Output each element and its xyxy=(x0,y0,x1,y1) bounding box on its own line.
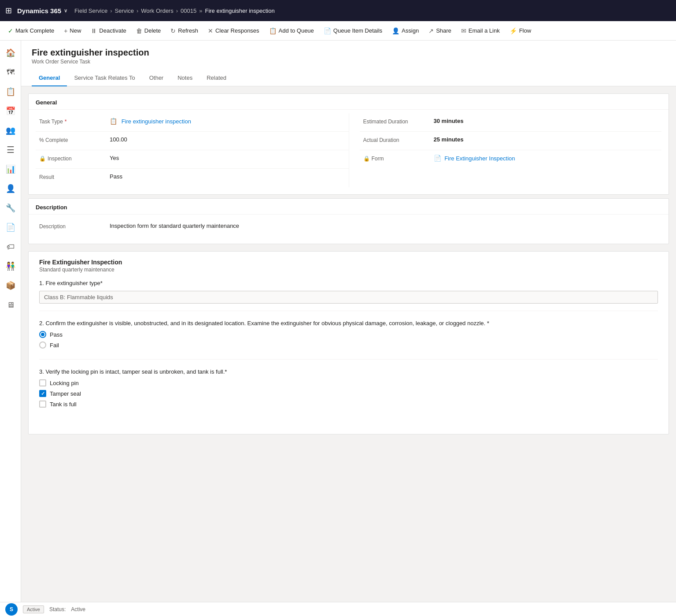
q2-option-pass[interactable]: Pass xyxy=(39,331,658,338)
clear-responses-button[interactable]: ✕ Clear Responses xyxy=(203,25,264,37)
general-section-header: General xyxy=(29,94,669,110)
description-value: Inspection form for standard quarterly m… xyxy=(110,223,658,229)
breadcrumb-id[interactable]: 00015 xyxy=(181,7,196,14)
delete-icon: 🗑 xyxy=(136,27,142,34)
form-lock-icon: 🔒 xyxy=(363,156,370,162)
share-button[interactable]: ↗ Share xyxy=(424,25,456,37)
q2-radio-pass[interactable] xyxy=(39,331,46,338)
required-marker: * xyxy=(65,119,67,125)
form-value: 📄 Fire Extinguisher Inspection xyxy=(434,155,658,162)
sidebar-item-calendar[interactable]: 📅 xyxy=(2,102,19,120)
actual-duration-label: Actual Duration xyxy=(363,136,434,143)
sidebar-item-doc[interactable]: 📄 xyxy=(2,219,19,236)
flow-button[interactable]: ⚡ Flow xyxy=(505,25,536,37)
refresh-label: Refresh xyxy=(178,27,198,34)
delete-label: Delete xyxy=(144,27,161,34)
assign-button[interactable]: 👤 Assign xyxy=(388,25,423,37)
q2-radio-fail[interactable] xyxy=(39,341,46,349)
sidebar-item-badge[interactable]: 🏷 xyxy=(2,238,19,256)
refresh-button[interactable]: ↻ Refresh xyxy=(166,25,203,37)
flow-label: Flow xyxy=(519,27,531,34)
add-to-queue-icon: 📋 xyxy=(269,27,277,34)
content-area: Fire extinguisher inspection Work Order … xyxy=(21,41,676,602)
question-1-input[interactable] xyxy=(39,291,658,304)
module-link[interactable]: Field Service xyxy=(74,7,107,14)
q3-checkbox-tamper-seal[interactable] xyxy=(39,390,46,397)
command-bar: ✓ Mark Complete + New ⏸ Deactivate 🗑 Del… xyxy=(0,21,676,41)
actual-duration-value: 25 minutes xyxy=(434,136,658,143)
task-type-icon: 📋 xyxy=(110,118,117,125)
new-icon: + xyxy=(64,27,67,34)
app-grid-icon[interactable]: ⊞ xyxy=(5,6,12,15)
mark-complete-button[interactable]: ✓ Mark Complete xyxy=(4,25,59,37)
tab-general[interactable]: General xyxy=(32,70,67,86)
form-row: 🔒 Form 📄 Fire Extinguisher Inspection xyxy=(360,150,662,169)
q3-option-locking-pin[interactable]: Locking pin xyxy=(39,379,658,386)
queue-item-details-button[interactable]: 📄 Queue Item Details xyxy=(319,25,387,37)
email-link-label: Email a Link xyxy=(469,27,500,34)
q3-checkbox-locking-pin[interactable] xyxy=(39,379,46,386)
sidebar-item-list[interactable]: ☰ xyxy=(2,141,19,159)
task-type-link[interactable]: Fire extinguisher inspection xyxy=(122,118,191,125)
sidebar-item-map[interactable]: 🗺 xyxy=(2,63,19,81)
result-row: Result Pass xyxy=(36,169,349,187)
assign-label: Assign xyxy=(402,27,419,34)
task-type-label: Task Type * xyxy=(39,118,110,125)
clear-responses-icon: ✕ xyxy=(208,27,213,34)
q3-option-tamper-seal[interactable]: Tamper seal xyxy=(39,390,658,397)
question-2-text: 2. Confirm the extinguisher is visible, … xyxy=(39,320,658,327)
sidebar-item-box[interactable]: 📦 xyxy=(2,277,19,294)
sidebar-item-reports[interactable]: 📊 xyxy=(2,160,19,178)
email-link-button[interactable]: ✉ Email a Link xyxy=(457,25,504,37)
estimated-duration-label: Estimated Duration xyxy=(363,118,434,125)
deactivate-button[interactable]: ⏸ Deactivate xyxy=(86,25,130,37)
new-button[interactable]: + New xyxy=(59,25,85,37)
question-1-text: 1. Fire extinguisher type* xyxy=(39,280,658,286)
general-form-grid: Task Type * 📋 Fire extinguisher inspecti… xyxy=(36,113,661,187)
deactivate-label: Deactivate xyxy=(99,27,126,34)
sidebar-item-monitor[interactable]: 🖥 xyxy=(2,296,19,314)
mark-complete-label: Mark Complete xyxy=(15,27,54,34)
q3-checkbox-tank-full[interactable] xyxy=(39,401,46,408)
q3-tamper-seal-label: Tamper seal xyxy=(50,390,81,397)
breadcrumb-current: Fire extinguisher inspection xyxy=(205,7,274,14)
clear-responses-label: Clear Responses xyxy=(215,27,259,34)
tab-notes[interactable]: Notes xyxy=(170,70,199,86)
new-label: New xyxy=(70,27,81,34)
sidebar-item-wrench[interactable]: 🔧 xyxy=(2,199,19,217)
form-link[interactable]: Fire Extinguisher Inspection xyxy=(444,155,515,162)
breadcrumb-workorders[interactable]: Work Orders xyxy=(141,7,173,14)
general-section-body: Task Type * 📋 Fire extinguisher inspecti… xyxy=(29,110,669,194)
top-nav: ⊞ Dynamics 365 ∨ Field Service › Service… xyxy=(0,0,676,21)
status-badge[interactable]: Active xyxy=(23,605,44,613)
add-to-queue-button[interactable]: 📋 Add to Queue xyxy=(265,25,318,37)
sidebar-item-group[interactable]: 👫 xyxy=(2,257,19,275)
inspection-card: Fire Extinguisher Inspection Standard qu… xyxy=(28,251,669,434)
task-type-value: 📋 Fire extinguisher inspection xyxy=(110,118,345,125)
tab-service-task-relates-to[interactable]: Service Task Relates To xyxy=(67,70,142,86)
status-label: Status: xyxy=(49,606,66,612)
page-subtitle: Work Order Service Task xyxy=(32,59,665,65)
share-label: Share xyxy=(436,27,451,34)
sidebar-item-people[interactable]: 👥 xyxy=(2,122,19,139)
sidebar-item-person[interactable]: 👤 xyxy=(2,180,19,197)
delete-button[interactable]: 🗑 Delete xyxy=(132,25,166,37)
tab-other[interactable]: Other xyxy=(142,70,171,86)
result-value: Pass xyxy=(110,173,345,180)
page-header: Fire extinguisher inspection Work Order … xyxy=(21,41,676,86)
description-section-header: Description xyxy=(29,199,669,215)
description-row: Description Inspection form for standard… xyxy=(36,218,661,237)
q3-option-tank-full[interactable]: Tank is full xyxy=(39,401,658,408)
q2-option-fail[interactable]: Fail xyxy=(39,341,658,349)
tab-related[interactable]: Related xyxy=(199,70,233,86)
sidebar-item-tasks[interactable]: 📋 xyxy=(2,83,19,100)
percent-complete-value: 100.00 xyxy=(110,136,345,143)
brand-chevron: ∨ xyxy=(64,8,67,14)
lock-icon: 🔒 xyxy=(39,156,46,162)
flow-icon: ⚡ xyxy=(510,27,517,34)
inspection-label: 🔒 Inspection xyxy=(39,155,110,162)
form-label: 🔒 Form xyxy=(363,155,434,162)
actual-duration-row: Actual Duration 25 minutes xyxy=(360,132,662,150)
breadcrumb-service[interactable]: Service xyxy=(115,7,134,14)
sidebar-item-home[interactable]: 🏠 xyxy=(2,44,19,62)
